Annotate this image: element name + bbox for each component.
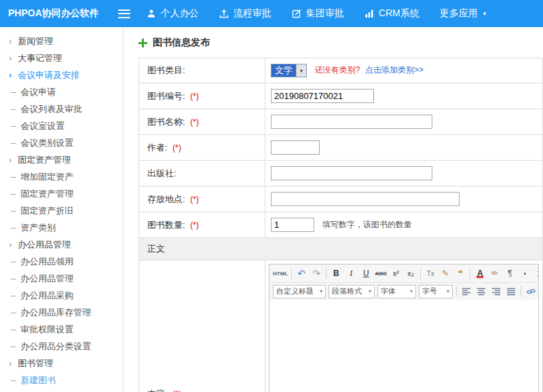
editor-content[interactable]: [269, 300, 538, 392]
chevron-down-icon: ▾: [483, 10, 487, 17]
sidebar-item-label: 会议申请及安排: [18, 70, 79, 80]
paragraph-format-select-label: 段落格式: [332, 286, 362, 296]
chevron-down-icon: ▾: [296, 64, 306, 77]
font-family-select[interactable]: 字体 ▾: [377, 285, 416, 298]
bold-button[interactable]: B: [329, 267, 343, 280]
publisher-input[interactable]: [271, 166, 432, 180]
author-label: 作者:: [147, 142, 168, 153]
author-input[interactable]: [271, 140, 320, 155]
subscript-button[interactable]: x₂: [404, 267, 417, 280]
add-icon: [138, 39, 147, 47]
quantity-hint: 填写数字，该图书的数量: [322, 220, 412, 229]
sidebar-subitem-supplies-approval[interactable]: – 审批权限设置: [0, 321, 123, 338]
font-size-select[interactable]: 字号 ▾: [419, 285, 453, 298]
add-category-link[interactable]: 点击添加类别>>: [365, 65, 424, 75]
book-name-input[interactable]: [271, 115, 432, 129]
sidebar-subitem-supplies-stock[interactable]: – 办公用品库存管理: [0, 304, 123, 321]
sidebar-subitem-asset-depreciation[interactable]: – 固定资产折旧: [0, 202, 123, 219]
chevron-down-icon: ▾: [320, 288, 322, 294]
nav-personal-office[interactable]: 个人办公: [147, 7, 199, 20]
paragraph-button[interactable]: ¶: [503, 267, 517, 280]
sidebar-subitem-label: 办公用品库存管理: [20, 307, 91, 317]
sidebar-item-books[interactable]: › 图书管理: [0, 355, 123, 372]
book-number-input[interactable]: [271, 89, 374, 103]
book-name-label: 图书名称:: [147, 117, 185, 127]
highlight-color-button[interactable]: ✏: [488, 267, 502, 280]
nav-workflow-approval[interactable]: 流程审批: [219, 7, 272, 20]
nav-crm[interactable]: CRM系统: [364, 7, 419, 20]
sidebar-item-supplies[interactable]: › 办公用品管理: [0, 236, 123, 253]
required-mark: (*): [172, 389, 181, 392]
sidebar-subitem-label: 会议列表及审批: [20, 104, 82, 114]
remove-format-button[interactable]: Tx: [424, 267, 437, 280]
strikethrough-button[interactable]: ABC: [374, 267, 388, 280]
format-brush-button[interactable]: ✎: [438, 267, 452, 280]
redo-button[interactable]: ↷: [310, 267, 323, 280]
undo-button[interactable]: ↶: [295, 267, 308, 280]
sidebar-subitem-supplies-category[interactable]: – 办公用品分类设置: [0, 338, 123, 355]
align-right-button[interactable]: [489, 285, 503, 298]
dash-icon: –: [11, 290, 16, 300]
menu-icon[interactable]: [118, 9, 130, 18]
blockquote-button[interactable]: ❝: [453, 267, 467, 280]
italic-button[interactable]: I: [344, 267, 358, 280]
font-family-select-label: 字体: [381, 286, 396, 296]
ordered-list-button[interactable]: 1.: [533, 267, 538, 280]
sidebar-item-news[interactable]: › 新闻管理: [0, 33, 123, 50]
chevron-down-icon: ▾: [410, 288, 413, 294]
sidebar-subitem-supplies-claim[interactable]: – 办公用品领用: [0, 253, 123, 270]
sidebar-subitem-book-new[interactable]: – 新建图书: [0, 372, 123, 389]
sidebar-subitem-label: 新建图书: [20, 375, 56, 385]
sidebar-subitem-supplies-purchase[interactable]: – 办公用品采购: [0, 287, 123, 304]
category-label-cell: 图书类目:: [139, 58, 265, 83]
sidebar-item-assets[interactable]: › 固定资产管理: [0, 151, 123, 168]
align-center-button[interactable]: [474, 285, 488, 298]
location-input[interactable]: [271, 192, 460, 206]
sidebar-subitem-meeting-category[interactable]: – 会议类别设置: [0, 134, 123, 151]
sidebar-subitem-supplies-manage[interactable]: – 办公用品管理: [0, 270, 123, 287]
paragraph-format-select[interactable]: 段落格式 ▾: [329, 285, 375, 298]
nav-label: 更多应用: [440, 7, 478, 20]
category-hint: 还没有类别?: [315, 65, 360, 75]
sidebar-item-label: 固定资产管理: [18, 155, 71, 165]
sidebar-subitem-asset-manage[interactable]: – 固定资产管理: [0, 185, 123, 202]
book-number-value-cell: [265, 83, 543, 109]
sidebar-subitem-label: 办公用品管理: [20, 273, 73, 283]
sidebar-item-label: 大事记管理: [18, 53, 62, 63]
sidebar-item-meetings[interactable]: › 会议申请及安排: [0, 66, 123, 83]
superscript-button[interactable]: x²: [389, 267, 402, 280]
dash-icon: –: [11, 222, 16, 233]
dash-icon: –: [11, 341, 16, 351]
align-justify-button[interactable]: [504, 285, 518, 298]
sidebar-subitem-meeting-apply[interactable]: – 会议申请: [0, 83, 123, 100]
font-color-button[interactable]: A: [473, 267, 487, 280]
sidebar-subitem-asset-add[interactable]: – 增加固定资产: [0, 168, 123, 185]
quantity-input[interactable]: [271, 218, 314, 232]
sidebar-subitem-label: 资产类别: [20, 222, 56, 233]
sidebar-subitem-meeting-list[interactable]: – 会议列表及审批: [0, 100, 123, 117]
quantity-label-cell: 图书数量: (*): [139, 212, 265, 238]
sidebar-item-events[interactable]: › 大事记管理: [0, 50, 123, 66]
book-name-value-cell: [265, 109, 543, 135]
link-button[interactable]: [524, 285, 538, 298]
nav-group-approval[interactable]: 集团审批: [292, 7, 344, 20]
custom-title-select[interactable]: 自定义标题 ▾: [273, 285, 326, 298]
category-select[interactable]: 文学 ▾: [271, 64, 307, 77]
sidebar-subitem-label: 审批权限设置: [20, 324, 73, 334]
toolbar-separator: [456, 286, 457, 297]
align-left-button[interactable]: [460, 285, 473, 298]
unordered-list-button[interactable]: •: [518, 267, 531, 280]
sidebar-subitem-label: 固定资产管理: [20, 189, 73, 199]
book-number-label: 图书编号:: [147, 91, 185, 101]
sidebar-subitem-asset-category[interactable]: – 资产类别: [0, 219, 123, 236]
underline-button[interactable]: U: [359, 267, 373, 280]
app-logo[interactable]: PHPOA协同办公软件: [0, 7, 107, 20]
sidebar-subitem-meeting-room[interactable]: – 会议室设置: [0, 117, 123, 134]
editor-toolbar-row1: HTML ↶ ↷ B I U ABC x² x₂ Tx: [269, 264, 538, 282]
nav-more-apps[interactable]: 更多应用 ▾: [440, 7, 487, 20]
sidebar-subitem-book-manage[interactable]: – 图书管理: [0, 389, 123, 392]
html-source-button[interactable]: HTML: [272, 267, 288, 280]
publisher-label: 出版社:: [147, 168, 176, 178]
sidebar-subitem-label: 会议类别设置: [20, 138, 73, 148]
dash-icon: –: [11, 375, 16, 385]
